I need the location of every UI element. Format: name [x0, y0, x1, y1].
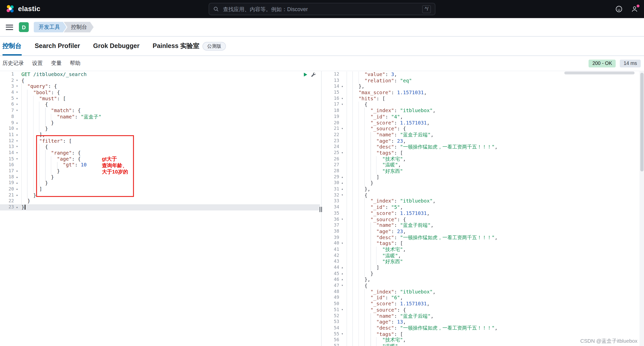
fold-toggle-icon[interactable]: ▴	[339, 186, 345, 192]
code-text: {	[20, 144, 48, 150]
fold-spacer	[14, 71, 20, 78]
fold-toggle-icon[interactable]: ▴	[14, 204, 20, 210]
send-request-button[interactable]	[303, 72, 308, 77]
line-number: 51	[323, 307, 339, 313]
fold-toggle-icon[interactable]: ▾	[14, 78, 20, 84]
breadcrumb-dev-tools[interactable]: 开发工具	[34, 22, 66, 32]
code-line: 50"_score": 1.1571031,	[323, 301, 644, 307]
code-text: "filter": [	[20, 138, 72, 144]
code-text: "_source": {	[345, 307, 406, 313]
code-line: 25▾"tags": [	[323, 150, 644, 156]
response-scrollbar-thumb[interactable]	[640, 73, 643, 171]
fold-spacer	[14, 162, 20, 168]
request-editor[interactable]: 1GET /itbluebox/_search2▾{3▾"query": {4▾…	[0, 71, 320, 346]
line-number: 30	[323, 180, 339, 186]
fold-toggle-icon[interactable]: ▴	[14, 132, 20, 138]
code-line: 41"技术宅",	[323, 246, 644, 253]
fold-spacer	[339, 301, 345, 307]
fold-toggle-icon[interactable]: ▾	[339, 307, 345, 313]
line-number: 1	[0, 71, 14, 78]
tab-grok-debugger[interactable]: Grok Debugger	[93, 37, 140, 56]
fold-toggle-icon[interactable]: ▾	[14, 150, 20, 156]
line-number: 4	[0, 90, 14, 96]
fold-toggle-icon[interactable]: ▾	[339, 283, 345, 289]
menu-help[interactable]: 帮助	[70, 60, 80, 67]
fold-toggle-icon[interactable]: ▾	[339, 150, 345, 156]
fold-toggle-icon[interactable]: ▾	[339, 216, 345, 223]
code-text: "tags": [	[345, 241, 403, 247]
fold-toggle-icon[interactable]: ▴	[14, 168, 20, 174]
line-number: 23	[0, 204, 14, 210]
fold-spacer	[339, 253, 345, 259]
fold-toggle-icon[interactable]: ▾	[14, 108, 20, 114]
tab-grok-debugger-label: Grok Debugger	[93, 42, 140, 50]
tab-painless-lab[interactable]: Painless 实验室 公测版	[153, 37, 226, 56]
fold-toggle-icon[interactable]: ▾	[339, 96, 345, 102]
code-line: 27"温暖",	[323, 162, 644, 168]
fold-toggle-icon[interactable]: ▾	[339, 241, 345, 247]
code-text: }	[20, 120, 54, 126]
code-text: ],	[20, 132, 45, 138]
global-search[interactable]: ^/	[209, 3, 435, 15]
code-line: 48"_index": "itbluebox",	[323, 289, 644, 295]
code-text: ]	[345, 265, 379, 271]
space-avatar[interactable]: D	[19, 22, 29, 32]
wrench-icon[interactable]	[311, 72, 316, 77]
response-status: 200 - OK 14 ms	[589, 59, 641, 67]
fold-toggle-icon[interactable]: ▴	[14, 186, 20, 192]
elastic-home-link[interactable]: elastic	[6, 5, 40, 14]
fold-toggle-icon[interactable]: ▾	[339, 331, 345, 337]
fold-toggle-icon[interactable]: ▾	[14, 84, 20, 90]
code-text: "_id": "6",	[345, 295, 403, 301]
tab-console[interactable]: 控制台	[3, 37, 22, 56]
fold-toggle-icon[interactable]: ▾	[14, 90, 20, 96]
fold-toggle-icon[interactable]: ▴	[14, 180, 20, 186]
fold-toggle-icon[interactable]: ▾	[14, 96, 20, 102]
menu-history[interactable]: 历史记录	[3, 60, 24, 67]
fold-toggle-icon[interactable]: ▾	[14, 144, 20, 150]
fold-toggle-icon[interactable]: ▾	[339, 192, 345, 198]
fold-spacer	[339, 325, 345, 331]
line-number: 40	[323, 241, 339, 247]
fold-toggle-icon[interactable]: ▾	[339, 126, 345, 132]
fold-toggle-icon[interactable]: ▴	[14, 192, 20, 198]
response-viewer[interactable]: 12"value": 3,13"relation": "eq"14▴},15"m…	[323, 71, 644, 346]
line-number: 52	[323, 313, 339, 319]
fold-toggle-icon[interactable]: ▴	[339, 265, 345, 271]
feedback-icon[interactable]	[615, 5, 623, 13]
fold-toggle-icon[interactable]: ▾	[14, 138, 20, 144]
fold-toggle-icon[interactable]: ▾	[339, 102, 345, 108]
status-code-badge: 200 - OK	[589, 59, 616, 67]
fold-toggle-icon[interactable]: ▴	[339, 84, 345, 90]
fold-toggle-icon[interactable]: ▴	[339, 180, 345, 186]
code-text: }	[20, 192, 36, 198]
response-scrollbar-vertical[interactable]	[639, 71, 644, 346]
fold-toggle-icon[interactable]: ▴	[339, 271, 345, 277]
code-line: 11▴],	[0, 132, 320, 138]
code-text: "age": 23,	[345, 229, 406, 235]
code-text: {	[20, 102, 48, 108]
menu-button[interactable]	[5, 23, 14, 31]
menu-settings[interactable]: 设置	[32, 60, 43, 67]
tab-search-profiler[interactable]: Search Profiler	[35, 37, 80, 56]
response-scrollbar-horizontal[interactable]	[564, 71, 634, 74]
code-line: 14▴},	[323, 84, 644, 90]
fold-toggle-icon[interactable]: ▾	[14, 156, 20, 162]
menu-variables[interactable]: 变量	[51, 60, 62, 67]
fold-spacer	[339, 168, 345, 174]
code-text: "好东西"	[345, 168, 403, 174]
fold-toggle-icon[interactable]: ▴	[339, 174, 345, 180]
fold-toggle-icon[interactable]: ▴	[14, 120, 20, 126]
fold-spacer	[339, 223, 345, 229]
pane-splitter[interactable]	[320, 71, 323, 346]
response-time-badge: 14 ms	[620, 59, 640, 67]
code-text: "技术宅",	[345, 156, 406, 162]
user-menu-icon[interactable]	[631, 5, 638, 13]
fold-toggle-icon[interactable]: ▴	[14, 174, 20, 180]
fold-toggle-icon[interactable]: ▾	[14, 102, 20, 108]
fold-toggle-icon[interactable]: ▴	[14, 126, 20, 132]
breadcrumb-console[interactable]: 控制台	[64, 22, 94, 32]
pane-resize-handle[interactable]	[319, 206, 323, 212]
fold-toggle-icon[interactable]: ▴	[339, 277, 345, 283]
search-input[interactable]	[222, 6, 422, 13]
